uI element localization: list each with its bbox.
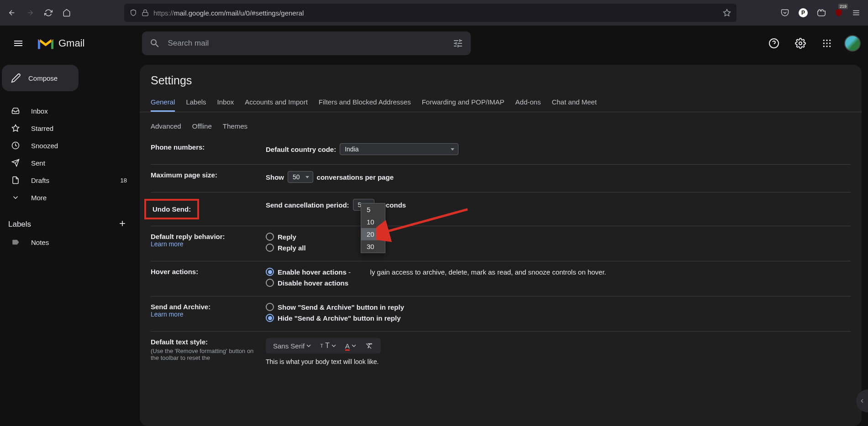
tab-general[interactable]: General [151,94,175,112]
reload-button[interactable] [40,5,57,21]
forward-button[interactable] [22,5,38,21]
content: Settings General Labels Inbox Accounts a… [135,61,868,426]
textstyle-preview: This is what your body text will look li… [266,358,851,365]
radio-reply[interactable] [266,233,274,241]
text-color-select[interactable]: A [345,342,356,350]
settings-title: Settings [140,65,862,94]
extension-p-icon[interactable]: P [795,5,811,21]
label-icon [11,238,20,246]
sidebar-item-drafts[interactable]: Drafts 18 [0,171,135,189]
tab-themes[interactable]: Themes [223,118,247,136]
add-label-button[interactable] [118,219,127,230]
tab-filters[interactable]: Filters and Blocked Addresses [319,94,411,112]
main-menu-button[interactable] [7,32,29,54]
tab-labels[interactable]: Labels [186,94,206,112]
radio-archive-show[interactable] [266,303,274,311]
radio-archive-hide[interactable] [266,314,274,322]
radio-hover-enable[interactable] [266,268,274,276]
chevron-down-icon [331,343,336,348]
chevron-down-icon [306,343,311,348]
nav-label: Drafts [31,177,110,184]
setting-pagesize: Maximum page size: Show 50 conversations… [151,165,851,192]
home-button[interactable] [58,5,75,21]
browser-right-icons: P 219 [777,5,864,21]
undo-dropdown[interactable]: 5 10 20 30 [361,203,385,253]
header-right [765,34,861,52]
svg-rect-0 [142,12,148,16]
nav-label: Sent [31,159,127,167]
font-family-select[interactable]: Sans Serif [273,342,311,350]
reply-learn[interactable]: Learn more [151,240,258,248]
menu-button[interactable] [848,5,864,21]
extensions-icon[interactable] [813,5,830,21]
svg-marker-17 [12,125,19,131]
browser-nav [4,5,75,21]
sidebar-item-inbox[interactable]: Inbox [0,102,135,119]
compose-label: Compose [28,74,58,82]
back-button[interactable] [4,5,20,21]
svg-point-8 [823,40,825,41]
settings-button[interactable] [791,34,810,52]
labels-header: Labels [0,219,135,230]
avatar[interactable] [844,35,861,52]
sidebar-label-notes[interactable]: Notes [0,234,135,251]
nav-label: Snoozed [31,142,127,150]
sidebar-item-starred[interactable]: Starred [0,119,135,137]
nav-label: Notes [31,239,127,246]
dropdown-item-30[interactable]: 30 [361,240,385,253]
archive-learn[interactable]: Learn more [151,311,258,318]
country-select[interactable]: India [340,143,458,155]
radio-reply-all[interactable] [266,244,274,252]
pagesize-select[interactable]: 50 [288,171,313,183]
search-bar[interactable] [142,31,471,55]
browser-chrome: https://mail.google.com/mail/u/0/#settin… [0,0,868,26]
nav-label: Inbox [31,107,127,115]
apps-button[interactable] [818,34,836,52]
svg-point-12 [826,42,827,44]
app-header: Gmail [0,26,868,61]
clock-icon [11,141,20,150]
textstyle-label: Default text style: [151,338,258,346]
sidebar-item-more[interactable]: More [0,189,135,206]
search-input[interactable] [168,39,445,48]
remove-format-button[interactable] [365,342,374,350]
nav-label: More [31,194,127,202]
pencil-icon [11,73,21,83]
labels-title: Labels [8,220,31,229]
hover-opt1: Enable hover actions [278,268,347,276]
svg-marker-1 [724,10,731,16]
tune-icon[interactable] [452,38,463,49]
gmail-logo[interactable]: Gmail [37,36,84,51]
reply-opt1: Reply [278,233,296,241]
font-size-select[interactable]: TT [320,342,336,350]
radio-hover-disable[interactable] [266,279,274,287]
setting-hover: Hover actions: Enable hover actions - Qu… [151,261,851,296]
tab-chat[interactable]: Chat and Meet [552,94,596,112]
sidebar-item-snoozed[interactable]: Snoozed [0,137,135,154]
chevron-down-icon [11,193,20,202]
setting-phone: Phone numbers: Default country code: Ind… [151,141,851,165]
pagesize-label: Maximum page size: [151,171,258,179]
url-text: https://mail.google.com/mail/u/0/#settin… [153,9,718,17]
tab-addons[interactable]: Add-ons [516,94,541,112]
tab-forwarding[interactable]: Forwarding and POP/IMAP [422,94,505,112]
setting-textstyle: Default text style: (Use the 'Remove for… [151,332,851,372]
search-icon [149,38,160,49]
tab-accounts[interactable]: Accounts and Import [245,94,308,112]
dropdown-item-10[interactable]: 10 [361,216,385,228]
bookmark-star-icon[interactable] [723,9,731,17]
help-button[interactable] [765,34,783,52]
gmail-m-icon [37,36,55,51]
sidebar-item-sent[interactable]: Sent [0,154,135,171]
ublock-icon[interactable]: 219 [831,5,846,20]
pocket-icon[interactable] [777,5,793,21]
tab-inbox[interactable]: Inbox [217,94,234,112]
dropdown-item-5[interactable]: 5 [361,203,385,216]
dropdown-item-20[interactable]: 20 [361,228,385,240]
tab-advanced[interactable]: Advanced [151,118,181,136]
compose-button[interactable]: Compose [2,65,79,91]
tab-offline[interactable]: Offline [192,118,212,136]
shield-icon [130,9,137,16]
setting-archive: Send and Archive: Learn more Show "Send … [151,296,851,332]
url-bar[interactable]: https://mail.google.com/mail/u/0/#settin… [124,4,736,22]
